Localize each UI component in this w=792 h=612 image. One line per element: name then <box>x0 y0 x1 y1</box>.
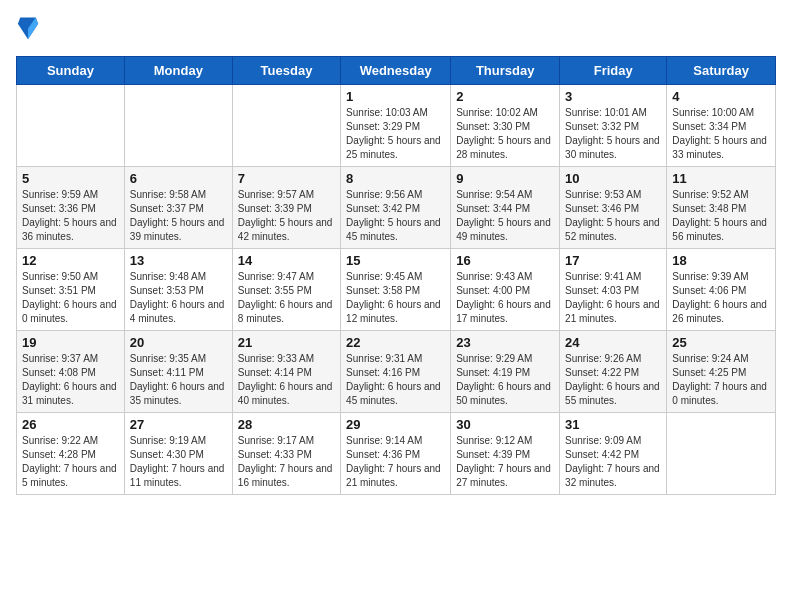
calendar-cell: 27Sunrise: 9:19 AM Sunset: 4:30 PM Dayli… <box>124 413 232 495</box>
day-number: 18 <box>672 253 770 268</box>
day-number: 12 <box>22 253 119 268</box>
weekday-header-sunday: Sunday <box>17 57 125 85</box>
calendar-cell: 4Sunrise: 10:00 AM Sunset: 3:34 PM Dayli… <box>667 85 776 167</box>
calendar-cell: 5Sunrise: 9:59 AM Sunset: 3:36 PM Daylig… <box>17 167 125 249</box>
day-info: Sunrise: 9:56 AM Sunset: 3:42 PM Dayligh… <box>346 188 445 244</box>
day-number: 9 <box>456 171 554 186</box>
calendar-cell: 26Sunrise: 9:22 AM Sunset: 4:28 PM Dayli… <box>17 413 125 495</box>
day-number: 2 <box>456 89 554 104</box>
calendar-cell: 30Sunrise: 9:12 AM Sunset: 4:39 PM Dayli… <box>451 413 560 495</box>
day-number: 13 <box>130 253 227 268</box>
day-info: Sunrise: 9:24 AM Sunset: 4:25 PM Dayligh… <box>672 352 770 408</box>
day-number: 11 <box>672 171 770 186</box>
day-info: Sunrise: 9:52 AM Sunset: 3:48 PM Dayligh… <box>672 188 770 244</box>
day-info: Sunrise: 10:01 AM Sunset: 3:32 PM Daylig… <box>565 106 661 162</box>
calendar-cell: 11Sunrise: 9:52 AM Sunset: 3:48 PM Dayli… <box>667 167 776 249</box>
day-info: Sunrise: 9:39 AM Sunset: 4:06 PM Dayligh… <box>672 270 770 326</box>
calendar-cell: 22Sunrise: 9:31 AM Sunset: 4:16 PM Dayli… <box>341 331 451 413</box>
calendar-cell: 8Sunrise: 9:56 AM Sunset: 3:42 PM Daylig… <box>341 167 451 249</box>
day-info: Sunrise: 9:57 AM Sunset: 3:39 PM Dayligh… <box>238 188 335 244</box>
calendar-cell: 13Sunrise: 9:48 AM Sunset: 3:53 PM Dayli… <box>124 249 232 331</box>
calendar-body: 1Sunrise: 10:03 AM Sunset: 3:29 PM Dayli… <box>17 85 776 495</box>
weekday-header-friday: Friday <box>560 57 667 85</box>
week-row-1: 1Sunrise: 10:03 AM Sunset: 3:29 PM Dayli… <box>17 85 776 167</box>
day-info: Sunrise: 9:14 AM Sunset: 4:36 PM Dayligh… <box>346 434 445 490</box>
calendar-cell: 2Sunrise: 10:02 AM Sunset: 3:30 PM Dayli… <box>451 85 560 167</box>
day-number: 8 <box>346 171 445 186</box>
day-number: 28 <box>238 417 335 432</box>
day-info: Sunrise: 9:26 AM Sunset: 4:22 PM Dayligh… <box>565 352 661 408</box>
calendar-cell: 15Sunrise: 9:45 AM Sunset: 3:58 PM Dayli… <box>341 249 451 331</box>
calendar-cell <box>667 413 776 495</box>
day-number: 3 <box>565 89 661 104</box>
calendar-cell: 20Sunrise: 9:35 AM Sunset: 4:11 PM Dayli… <box>124 331 232 413</box>
day-number: 16 <box>456 253 554 268</box>
calendar-cell: 31Sunrise: 9:09 AM Sunset: 4:42 PM Dayli… <box>560 413 667 495</box>
calendar-cell: 7Sunrise: 9:57 AM Sunset: 3:39 PM Daylig… <box>232 167 340 249</box>
calendar-cell: 18Sunrise: 9:39 AM Sunset: 4:06 PM Dayli… <box>667 249 776 331</box>
logo-icon <box>16 16 40 44</box>
logo <box>16 16 44 44</box>
day-number: 19 <box>22 335 119 350</box>
calendar-cell: 17Sunrise: 9:41 AM Sunset: 4:03 PM Dayli… <box>560 249 667 331</box>
day-info: Sunrise: 9:50 AM Sunset: 3:51 PM Dayligh… <box>22 270 119 326</box>
day-info: Sunrise: 9:33 AM Sunset: 4:14 PM Dayligh… <box>238 352 335 408</box>
day-info: Sunrise: 9:59 AM Sunset: 3:36 PM Dayligh… <box>22 188 119 244</box>
day-info: Sunrise: 9:48 AM Sunset: 3:53 PM Dayligh… <box>130 270 227 326</box>
calendar-cell: 9Sunrise: 9:54 AM Sunset: 3:44 PM Daylig… <box>451 167 560 249</box>
day-info: Sunrise: 9:58 AM Sunset: 3:37 PM Dayligh… <box>130 188 227 244</box>
weekday-header-row: SundayMondayTuesdayWednesdayThursdayFrid… <box>17 57 776 85</box>
calendar-cell: 25Sunrise: 9:24 AM Sunset: 4:25 PM Dayli… <box>667 331 776 413</box>
calendar-cell: 24Sunrise: 9:26 AM Sunset: 4:22 PM Dayli… <box>560 331 667 413</box>
day-number: 23 <box>456 335 554 350</box>
day-number: 14 <box>238 253 335 268</box>
page-header <box>16 16 776 44</box>
calendar-cell <box>17 85 125 167</box>
day-info: Sunrise: 10:00 AM Sunset: 3:34 PM Daylig… <box>672 106 770 162</box>
week-row-4: 19Sunrise: 9:37 AM Sunset: 4:08 PM Dayli… <box>17 331 776 413</box>
day-number: 20 <box>130 335 227 350</box>
calendar-cell: 16Sunrise: 9:43 AM Sunset: 4:00 PM Dayli… <box>451 249 560 331</box>
weekday-header-tuesday: Tuesday <box>232 57 340 85</box>
calendar-cell: 19Sunrise: 9:37 AM Sunset: 4:08 PM Dayli… <box>17 331 125 413</box>
calendar-cell: 6Sunrise: 9:58 AM Sunset: 3:37 PM Daylig… <box>124 167 232 249</box>
week-row-2: 5Sunrise: 9:59 AM Sunset: 3:36 PM Daylig… <box>17 167 776 249</box>
day-number: 24 <box>565 335 661 350</box>
day-number: 15 <box>346 253 445 268</box>
day-number: 6 <box>130 171 227 186</box>
calendar-cell: 29Sunrise: 9:14 AM Sunset: 4:36 PM Dayli… <box>341 413 451 495</box>
day-number: 27 <box>130 417 227 432</box>
day-info: Sunrise: 9:54 AM Sunset: 3:44 PM Dayligh… <box>456 188 554 244</box>
day-number: 17 <box>565 253 661 268</box>
day-info: Sunrise: 9:12 AM Sunset: 4:39 PM Dayligh… <box>456 434 554 490</box>
calendar-cell <box>124 85 232 167</box>
day-info: Sunrise: 9:29 AM Sunset: 4:19 PM Dayligh… <box>456 352 554 408</box>
day-number: 29 <box>346 417 445 432</box>
day-info: Sunrise: 9:31 AM Sunset: 4:16 PM Dayligh… <box>346 352 445 408</box>
weekday-header-wednesday: Wednesday <box>341 57 451 85</box>
week-row-5: 26Sunrise: 9:22 AM Sunset: 4:28 PM Dayli… <box>17 413 776 495</box>
day-info: Sunrise: 9:41 AM Sunset: 4:03 PM Dayligh… <box>565 270 661 326</box>
calendar-cell: 28Sunrise: 9:17 AM Sunset: 4:33 PM Dayli… <box>232 413 340 495</box>
calendar-cell: 12Sunrise: 9:50 AM Sunset: 3:51 PM Dayli… <box>17 249 125 331</box>
day-number: 22 <box>346 335 445 350</box>
day-info: Sunrise: 9:35 AM Sunset: 4:11 PM Dayligh… <box>130 352 227 408</box>
day-info: Sunrise: 9:17 AM Sunset: 4:33 PM Dayligh… <box>238 434 335 490</box>
day-info: Sunrise: 9:47 AM Sunset: 3:55 PM Dayligh… <box>238 270 335 326</box>
weekday-header-saturday: Saturday <box>667 57 776 85</box>
day-info: Sunrise: 9:53 AM Sunset: 3:46 PM Dayligh… <box>565 188 661 244</box>
calendar-cell: 3Sunrise: 10:01 AM Sunset: 3:32 PM Dayli… <box>560 85 667 167</box>
calendar: SundayMondayTuesdayWednesdayThursdayFrid… <box>16 56 776 495</box>
day-number: 1 <box>346 89 445 104</box>
calendar-cell: 23Sunrise: 9:29 AM Sunset: 4:19 PM Dayli… <box>451 331 560 413</box>
day-info: Sunrise: 9:37 AM Sunset: 4:08 PM Dayligh… <box>22 352 119 408</box>
day-info: Sunrise: 9:09 AM Sunset: 4:42 PM Dayligh… <box>565 434 661 490</box>
day-number: 26 <box>22 417 119 432</box>
calendar-cell: 10Sunrise: 9:53 AM Sunset: 3:46 PM Dayli… <box>560 167 667 249</box>
day-info: Sunrise: 10:02 AM Sunset: 3:30 PM Daylig… <box>456 106 554 162</box>
day-info: Sunrise: 9:43 AM Sunset: 4:00 PM Dayligh… <box>456 270 554 326</box>
calendar-cell: 21Sunrise: 9:33 AM Sunset: 4:14 PM Dayli… <box>232 331 340 413</box>
day-info: Sunrise: 9:19 AM Sunset: 4:30 PM Dayligh… <box>130 434 227 490</box>
weekday-header-monday: Monday <box>124 57 232 85</box>
day-number: 5 <box>22 171 119 186</box>
